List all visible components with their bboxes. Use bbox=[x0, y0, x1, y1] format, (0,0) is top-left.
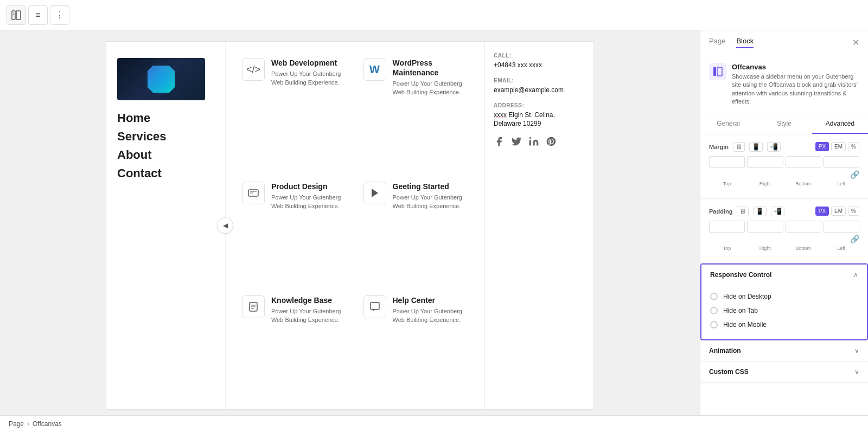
margin-position-labels: Top Right Bottom Left bbox=[709, 181, 859, 186]
email-text: example@example.com bbox=[494, 86, 564, 94]
right-panel: Page Block ✕ Offcanvas Showcase a sideba… bbox=[700, 30, 868, 415]
padding-bottom-label: Bottom bbox=[786, 246, 821, 251]
padding-unit-percent[interactable]: % bbox=[848, 207, 859, 216]
service-title-knowledge: Knowledge Base bbox=[271, 295, 347, 305]
sub-tab-style[interactable]: Style bbox=[756, 114, 812, 134]
padding-right-input[interactable] bbox=[747, 221, 783, 233]
linkedin-icon[interactable] bbox=[528, 136, 539, 150]
padding-section: Padding 🖥 📱 📲 PX EM % 🔗 bbox=[700, 199, 868, 263]
padding-tablet-icon[interactable]: 📱 bbox=[753, 207, 767, 216]
twitter-icon[interactable] bbox=[511, 136, 522, 150]
animation-title: Animation bbox=[709, 347, 741, 354]
animation-chevron-icon: ∨ bbox=[854, 347, 859, 354]
more-icon: ⋮ bbox=[55, 10, 64, 20]
service-info-knowledge: Knowledge Base Power Up Your Gutenberg W… bbox=[271, 295, 347, 324]
padding-left-input[interactable] bbox=[824, 221, 859, 233]
breadcrumb-separator: › bbox=[27, 420, 29, 428]
hide-desktop-radio[interactable] bbox=[710, 293, 718, 300]
help-icon bbox=[363, 295, 386, 318]
service-item-help: Help Center Power Up Your Gutenberg Web … bbox=[358, 290, 474, 398]
service-info-help: Help Center Power Up Your Gutenberg Web … bbox=[393, 295, 469, 324]
service-title-web-dev: Web Development bbox=[271, 58, 347, 68]
margin-top-label: Top bbox=[709, 181, 745, 186]
margin-mobile-icon[interactable]: 📲 bbox=[767, 142, 781, 152]
padding-unit-em[interactable]: EM bbox=[831, 207, 846, 216]
margin-tablet-icon[interactable]: 📱 bbox=[749, 142, 763, 152]
panel-close-button[interactable]: ✕ bbox=[852, 37, 859, 48]
block-description: Showcase a sidebar menu on your Gutenber… bbox=[732, 73, 859, 106]
margin-right-input[interactable] bbox=[747, 156, 783, 168]
svg-rect-14 bbox=[529, 140, 531, 146]
padding-bottom-input[interactable] bbox=[786, 221, 821, 233]
responsive-control-section: Responsive Control ∧ Hide on Desktop Hid… bbox=[700, 263, 868, 340]
responsive-chevron-up-icon: ∧ bbox=[853, 271, 858, 279]
padding-top-input[interactable] bbox=[709, 221, 745, 233]
responsive-control-header[interactable]: Responsive Control ∧ bbox=[701, 265, 867, 285]
nav-item-contact[interactable]: Contact bbox=[117, 166, 214, 180]
facebook-icon[interactable] bbox=[494, 136, 505, 150]
email-value: example@example.com bbox=[494, 86, 585, 95]
sub-tab-general[interactable]: General bbox=[700, 114, 756, 134]
margin-bottom-input[interactable] bbox=[786, 156, 821, 168]
margin-inputs bbox=[709, 156, 859, 168]
getting-started-icon bbox=[363, 182, 386, 204]
main-container: Home Services About Contact ◀ </> bbox=[0, 30, 868, 415]
margin-unit-px[interactable]: PX bbox=[815, 142, 829, 151]
tab-block[interactable]: Block bbox=[736, 37, 754, 48]
service-desc-getting-started: Power Up Your Gutenberg Web Building Exp… bbox=[393, 194, 469, 210]
services-content: </> Web Development Power Up Your Gutenb… bbox=[226, 42, 593, 409]
service-desc-help: Power Up Your Gutenberg Web Building Exp… bbox=[393, 307, 469, 324]
padding-unit-px[interactable]: PX bbox=[815, 207, 829, 216]
padding-desktop-icon[interactable]: 🖥 bbox=[737, 207, 749, 216]
hide-mobile-radio[interactable] bbox=[710, 321, 718, 328]
responsive-control-title: Responsive Control bbox=[710, 271, 771, 279]
hide-mobile-item: Hide on Mobile bbox=[710, 318, 858, 332]
layout-toggle-button[interactable]: ≡ bbox=[28, 5, 48, 25]
offcanvas-icon bbox=[712, 66, 723, 77]
hide-tab-radio[interactable] bbox=[710, 307, 718, 314]
contact-column: CALL: +04843 xxx xxxx EMAIL: example@exa… bbox=[485, 42, 593, 409]
svg-rect-1 bbox=[16, 11, 21, 20]
sub-tab-advanced[interactable]: Advanced bbox=[812, 114, 868, 134]
margin-desktop-icon[interactable]: 🖥 bbox=[733, 142, 745, 152]
offcanvas-block: Home Services About Contact ◀ </> bbox=[106, 41, 594, 410]
product-icon bbox=[242, 182, 265, 204]
padding-link-icon[interactable]: 🔗 bbox=[850, 235, 859, 243]
breadcrumb: Page › Offcanvas bbox=[0, 415, 868, 432]
margin-unit-em[interactable]: EM bbox=[831, 142, 846, 151]
service-info-wp: WordPress Maintenance Power Up Your Gute… bbox=[393, 58, 469, 96]
padding-mobile-icon[interactable]: 📲 bbox=[771, 207, 784, 216]
tab-page[interactable]: Page bbox=[709, 37, 725, 48]
more-options-button[interactable]: ⋮ bbox=[50, 5, 69, 25]
service-item-product: Product Design Power Up Your Gutenberg W… bbox=[237, 176, 353, 285]
margin-unit-percent[interactable]: % bbox=[848, 142, 859, 151]
pinterest-icon[interactable] bbox=[546, 136, 557, 150]
nav-item-home[interactable]: Home bbox=[117, 111, 214, 125]
nav-item-services[interactable]: Services bbox=[117, 130, 214, 144]
custom-css-title: Custom CSS bbox=[709, 368, 749, 376]
service-info-getting-started: Geeting Started Power Up Your Gutenberg … bbox=[393, 182, 469, 210]
margin-left-input[interactable] bbox=[824, 156, 859, 168]
svg-marker-7 bbox=[372, 189, 378, 197]
lines-icon: ≡ bbox=[35, 10, 40, 20]
custom-css-section[interactable]: Custom CSS ∨ bbox=[700, 362, 868, 383]
breadcrumb-offcanvas[interactable]: Offcanvas bbox=[33, 420, 62, 428]
animation-section[interactable]: Animation ∨ bbox=[700, 340, 868, 362]
service-info-product: Product Design Power Up Your Gutenberg W… bbox=[271, 182, 347, 210]
breadcrumb-page[interactable]: Page bbox=[9, 420, 24, 428]
nav-item-about[interactable]: About bbox=[117, 148, 214, 162]
svg-rect-16 bbox=[713, 67, 716, 76]
hide-desktop-item: Hide on Desktop bbox=[710, 289, 858, 304]
service-item-getting-started: Geeting Started Power Up Your Gutenberg … bbox=[358, 176, 474, 285]
padding-row: Padding 🖥 📱 📲 PX EM % bbox=[709, 207, 859, 216]
svg-rect-17 bbox=[717, 67, 722, 76]
margin-top-input[interactable] bbox=[709, 156, 745, 168]
service-title-help: Help Center bbox=[393, 295, 469, 305]
call-label: CALL: bbox=[494, 53, 585, 59]
sidebar-toggle-button[interactable] bbox=[7, 5, 26, 25]
nav-arrow-button[interactable]: ◀ bbox=[217, 217, 233, 234]
margin-link-icon[interactable]: 🔗 bbox=[850, 170, 859, 179]
margin-row: Margin 🖥 📱 📲 PX EM % bbox=[709, 142, 859, 152]
responsive-control-body: Hide on Desktop Hide on Tab Hide on Mobi… bbox=[701, 285, 867, 339]
hide-tab-label: Hide on Tab bbox=[723, 307, 758, 314]
